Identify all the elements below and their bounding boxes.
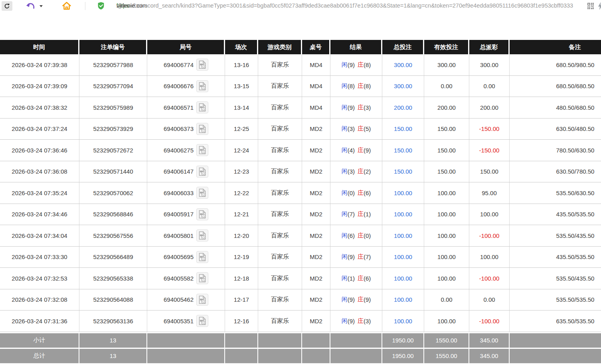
player-label: 闲 (342, 125, 348, 133)
round-number: 694006571 (164, 104, 194, 111)
cell-time: 2026-03-24 07:39:38 (0, 54, 79, 75)
undo-button[interactable] (26, 2, 36, 10)
cell-table-number: MD4 (302, 54, 330, 75)
grand-total-valid-bet: 1550.00 (424, 349, 469, 363)
cell-total-bet: 150.00 (382, 161, 424, 182)
banker-points: (8) (364, 83, 371, 89)
video-icon (198, 167, 207, 176)
video-replay-button[interactable] (196, 80, 208, 92)
cell-game-type: 百家乐 (258, 140, 302, 161)
video-replay-button[interactable] (196, 251, 208, 263)
total-bet-link[interactable]: 150.00 (394, 125, 412, 132)
cell-session: 13-16 (225, 54, 258, 75)
cell-remark: 680.50/980.50 (510, 54, 601, 75)
home-button[interactable] (62, 2, 71, 11)
undo-dropdown-caret-icon[interactable] (40, 5, 43, 7)
cell-time: 2026-03-24 07:32:08 (0, 289, 79, 311)
cell-total-bet: 150.00 (382, 140, 424, 161)
cell-total-bet: 100.00 (382, 182, 424, 204)
video-replay-button[interactable] (196, 208, 208, 220)
cell-valid-bet: 100.00 (424, 268, 469, 289)
cell-session: 12-19 (225, 247, 258, 268)
video-icon (198, 188, 207, 197)
cell-table-number: MD2 (302, 289, 330, 311)
player-label: 闲 (342, 168, 348, 175)
subtotal-payout: 345.00 (469, 333, 510, 348)
total-bet-link[interactable]: 100.00 (394, 253, 412, 260)
cell-round-number: 694005582 (147, 268, 225, 289)
banker-points: (0) (364, 232, 371, 239)
cell-result: 闲(7) 庄(1) (330, 204, 382, 225)
cell-total-bet: 100.00 (382, 311, 424, 332)
table-row: 2026-03-24 07:39:38 523290577988 6940067… (0, 54, 601, 76)
round-number: 694006033 (164, 190, 194, 196)
total-bet-link[interactable]: 150.00 (394, 147, 412, 154)
video-replay-button[interactable] (196, 187, 208, 199)
header-bet-number: 注单编号 (79, 40, 147, 54)
total-bet-link[interactable]: 100.00 (394, 275, 412, 282)
video-replay-button[interactable] (196, 59, 208, 71)
cell-session: 13-15 (225, 76, 258, 97)
cell-time: 2026-03-24 07:36:46 (0, 140, 79, 161)
cell-total-bet: 100.00 (382, 225, 424, 246)
cell-valid-bet: 150.00 (424, 161, 469, 182)
player-points: (3) (348, 168, 355, 175)
cell-table-number: MD2 (302, 140, 330, 161)
cell-round-number: 694006033 (147, 182, 225, 204)
cell-remark: 535.50/435.50 (510, 225, 601, 246)
bet-record-table: 时间 注单编号 局号 场次 游戏类别 桌号 结果 总投注 有效投注 总派彩 备注… (0, 40, 601, 363)
video-icon (198, 253, 207, 261)
cell-table-number: MD2 (302, 182, 330, 204)
refresh-button[interactable] (2, 1, 12, 11)
cell-table-number: MD2 (302, 268, 330, 289)
cell-total-bet: 200.00 (382, 97, 424, 118)
table-row: 2026-03-24 07:33:30 523290566489 6940056… (0, 247, 601, 268)
video-replay-button[interactable] (196, 315, 208, 327)
total-bet-link[interactable]: 300.00 (394, 83, 412, 89)
cell-round-number: 694006275 (147, 140, 225, 161)
cell-time: 2026-03-24 07:37:24 (0, 119, 79, 140)
banker-points: (2) (364, 168, 371, 175)
video-replay-button[interactable] (196, 101, 208, 113)
total-bet-link[interactable]: 200.00 (394, 104, 412, 111)
total-bet-link[interactable]: 100.00 (394, 190, 412, 196)
video-replay-button[interactable] (196, 123, 208, 135)
video-icon (198, 317, 207, 325)
round-number: 694006373 (164, 125, 194, 132)
cell-table-number: MD4 (302, 76, 330, 97)
cell-payout: 0.00 (469, 76, 510, 97)
cell-round-number: 694005917 (147, 204, 225, 225)
player-points: (9) (348, 318, 355, 324)
cell-table-number: MD2 (302, 247, 330, 268)
cell-valid-bet: 0.00 (424, 289, 469, 311)
table-row: 2026-03-24 07:32:08 523290564088 6940054… (0, 289, 601, 311)
video-replay-button[interactable] (196, 144, 208, 156)
video-icon (198, 210, 207, 219)
total-bet-link[interactable]: 100.00 (394, 318, 412, 324)
cell-session: 12-18 (225, 268, 258, 289)
cell-payout: 200.00 (469, 97, 510, 118)
cell-session: 13-14 (225, 97, 258, 118)
video-replay-button[interactable] (196, 272, 208, 284)
banker-label: 庄 (358, 317, 364, 325)
total-bet-link[interactable]: 100.00 (394, 232, 412, 239)
video-replay-button[interactable] (196, 166, 208, 178)
banker-label: 庄 (358, 210, 364, 218)
video-replay-button[interactable] (196, 229, 208, 241)
header-table-number: 桌号 (302, 40, 330, 54)
cell-bet-number: 523290571440 (79, 161, 147, 182)
cell-game-type: 百家乐 (258, 311, 302, 332)
video-replay-button[interactable] (196, 294, 208, 306)
banker-points: (1) (364, 211, 371, 218)
cell-remark: 630.50/480.50 (510, 119, 601, 140)
cell-total-bet: 150.00 (382, 119, 424, 140)
total-bet-link[interactable]: 100.00 (394, 211, 412, 218)
total-bet-link[interactable]: 100.00 (394, 296, 412, 303)
cell-result: 闲(9) 庄(9) (330, 289, 382, 311)
total-bet-link[interactable]: 300.00 (394, 61, 412, 68)
cell-bet-number: 523290568846 (79, 204, 147, 225)
cell-session: 12-22 (225, 182, 258, 204)
total-bet-link[interactable]: 150.00 (394, 168, 412, 175)
banker-label: 庄 (358, 253, 364, 261)
header-total-bet: 总投注 (382, 40, 424, 54)
